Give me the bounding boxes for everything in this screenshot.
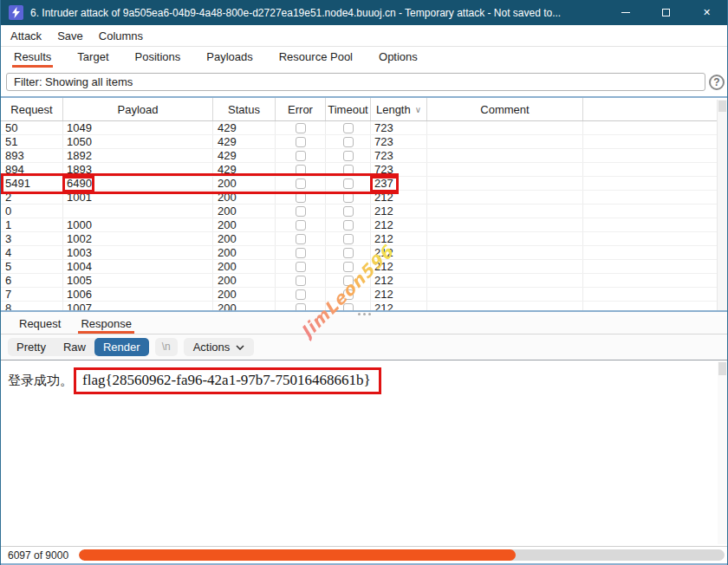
tab-payloads[interactable]: Payloads <box>205 48 254 68</box>
help-icon[interactable]: ? <box>709 75 725 90</box>
table-row[interactable]: 5 1004 200 212 <box>1 260 727 274</box>
response-scrollbar[interactable] <box>718 361 727 544</box>
cell-error <box>276 260 326 273</box>
menu-save[interactable]: Save <box>49 29 91 42</box>
cell-status: 200 <box>213 260 276 273</box>
error-checkbox[interactable] <box>296 289 306 300</box>
splitter-dots-icon <box>358 313 361 315</box>
cell-extra <box>583 260 727 273</box>
maximize-button[interactable] <box>646 0 686 25</box>
minimize-button[interactable] <box>605 0 646 25</box>
column-header-payload[interactable]: Payload <box>63 98 213 120</box>
error-checkbox[interactable] <box>296 220 306 231</box>
timeout-checkbox[interactable] <box>343 262 354 272</box>
timeout-checkbox[interactable] <box>343 220 354 231</box>
newline-toggle-button[interactable]: \n <box>155 338 178 356</box>
table-row[interactable]: 0 200 212 <box>1 205 727 218</box>
timeout-checkbox[interactable] <box>343 289 354 300</box>
table-row[interactable]: 4 1003 200 212 <box>1 246 727 260</box>
cell-comment <box>427 218 583 231</box>
cell-timeout <box>326 232 371 245</box>
progress-bar <box>79 549 725 561</box>
tab-request[interactable]: Request <box>16 316 63 334</box>
timeout-checkbox[interactable] <box>343 179 354 189</box>
timeout-checkbox[interactable] <box>343 165 354 175</box>
error-checkbox[interactable] <box>296 248 306 258</box>
column-header-comment[interactable]: Comment <box>427 98 583 120</box>
tab-response[interactable]: Response <box>78 316 134 334</box>
timeout-checkbox[interactable] <box>343 234 354 244</box>
pretty-button[interactable]: Pretty <box>8 338 55 356</box>
raw-button[interactable]: Raw <box>55 338 94 356</box>
close-button[interactable]: ✕ <box>686 0 727 25</box>
error-checkbox[interactable] <box>296 165 306 175</box>
filter-bar[interactable]: Filter: Showing all items <box>6 73 705 91</box>
menu-attack[interactable]: Attack <box>3 29 49 42</box>
table-row[interactable]: 50 1049 429 723 <box>1 121 727 135</box>
timeout-checkbox[interactable] <box>343 137 354 147</box>
timeout-checkbox[interactable] <box>343 192 354 203</box>
error-checkbox[interactable] <box>296 234 306 244</box>
error-checkbox[interactable] <box>296 206 306 217</box>
progress-count: 6097 of 9000 <box>8 549 68 562</box>
table-row[interactable]: 1 1000 200 212 <box>1 218 727 232</box>
table-row[interactable]: 5491 6490 200 237 <box>1 177 727 191</box>
timeout-checkbox[interactable] <box>343 303 354 311</box>
table-row[interactable]: 894 1893 429 723 <box>1 163 727 177</box>
tab-options[interactable]: Options <box>377 48 419 68</box>
error-checkbox[interactable] <box>296 137 306 147</box>
table-scrollbar[interactable] <box>717 100 727 310</box>
timeout-checkbox[interactable] <box>343 123 354 133</box>
render-button[interactable]: Render <box>94 338 149 356</box>
tab-results[interactable]: Results <box>12 48 53 68</box>
timeout-checkbox[interactable] <box>343 151 354 161</box>
table-row[interactable]: 8 1007 200 212 <box>1 302 727 310</box>
cell-request: 51 <box>1 135 63 148</box>
table-row[interactable]: 2 1001 200 212 <box>1 191 727 205</box>
actions-button[interactable]: Actions <box>184 338 255 356</box>
timeout-checkbox[interactable] <box>343 276 354 286</box>
timeout-checkbox[interactable] <box>343 206 354 217</box>
table-scrollbar-thumb[interactable] <box>718 101 726 112</box>
cell-comment <box>427 121 583 134</box>
error-checkbox[interactable] <box>296 192 306 203</box>
cell-request: 5491 <box>1 177 63 190</box>
cell-timeout <box>326 163 371 176</box>
cell-extra <box>583 163 727 176</box>
cell-error <box>276 232 326 245</box>
column-header-timeout[interactable]: Timeout <box>326 98 371 120</box>
tab-positions[interactable]: Positions <box>133 48 183 68</box>
cell-timeout <box>326 205 371 218</box>
error-checkbox[interactable] <box>296 179 306 189</box>
panel-splitter[interactable] <box>1 310 727 316</box>
cell-timeout <box>326 191 371 204</box>
column-header-status[interactable]: Status <box>213 98 276 120</box>
error-checkbox[interactable] <box>296 123 306 133</box>
error-checkbox[interactable] <box>296 151 306 161</box>
table-row[interactable]: 7 1006 200 212 <box>1 288 727 302</box>
table-row[interactable]: 3 1002 200 212 <box>1 232 727 246</box>
filter-row: Filter: Showing all items ? <box>1 68 727 96</box>
error-checkbox[interactable] <box>296 276 306 286</box>
minimize-icon <box>621 12 630 13</box>
column-header-length[interactable]: Length ∨ <box>371 98 427 120</box>
menu-columns[interactable]: Columns <box>91 29 151 42</box>
column-header-request[interactable]: Request <box>1 98 63 120</box>
tab-target[interactable]: Target <box>75 48 110 68</box>
cell-timeout <box>326 121 371 134</box>
cell-timeout <box>326 302 371 310</box>
error-checkbox[interactable] <box>296 262 306 272</box>
cell-comment <box>427 274 583 287</box>
cell-status: 200 <box>213 246 276 259</box>
timeout-checkbox[interactable] <box>343 248 354 258</box>
chevron-down-icon <box>236 345 244 350</box>
response-scrollbar-thumb[interactable] <box>718 362 726 375</box>
error-checkbox[interactable] <box>296 303 306 311</box>
cell-extra <box>583 121 727 134</box>
splitter-dots-icon <box>368 313 371 315</box>
table-row[interactable]: 893 1892 429 723 <box>1 149 727 163</box>
column-header-error[interactable]: Error <box>276 98 326 120</box>
tab-resource-pool[interactable]: Resource Pool <box>277 48 354 68</box>
table-row[interactable]: 6 1005 200 212 <box>1 274 727 288</box>
table-row[interactable]: 51 1050 429 723 <box>1 135 727 149</box>
